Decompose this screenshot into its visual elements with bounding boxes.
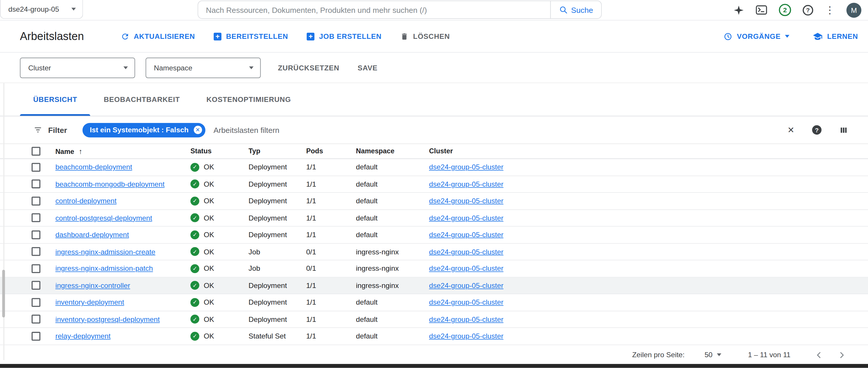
status-text: OK xyxy=(204,332,214,340)
cluster-dropdown[interactable]: Cluster xyxy=(20,57,135,78)
workload-name-link[interactable]: dashboard-deployment xyxy=(56,231,129,239)
tab-kostenoptimierung[interactable]: KOSTENOPTIMIERUNG xyxy=(193,83,304,116)
operations-label: VORGÄNGE xyxy=(737,32,781,40)
workload-name-link[interactable]: beachcomb-mongodb-deployment xyxy=(56,180,165,188)
tab-beobachtbarkeit[interactable]: BEOBACHTBARKEIT xyxy=(91,83,193,116)
left-scrollbar-track[interactable] xyxy=(3,83,4,360)
table-row[interactable]: control-postgresql-deployment OK Deploym… xyxy=(0,210,868,227)
cluster-link[interactable]: dse24-group-05-cluster xyxy=(429,231,503,239)
type-cell: Job xyxy=(249,264,306,273)
workload-name-link[interactable]: inventory-deployment xyxy=(56,298,124,306)
table-row[interactable]: ingress-nginx-admission-patch OK Job 0/1… xyxy=(0,260,868,277)
search-button-label: Suche xyxy=(571,5,593,14)
table-row[interactable]: relay-deployment OK Stateful Set 1/1 def… xyxy=(0,328,868,345)
row-checkbox[interactable] xyxy=(32,214,40,222)
learn-button[interactable]: LERNEN xyxy=(813,31,858,41)
col-header-typ[interactable]: Typ xyxy=(249,147,306,155)
tab-uebersicht[interactable]: ÜBERSICHT xyxy=(20,83,91,116)
cluster-link[interactable]: dse24-group-05-cluster xyxy=(429,163,503,171)
status-text: OK xyxy=(204,180,214,188)
table-row[interactable]: dashboard-deployment OK Deployment 1/1 d… xyxy=(0,227,868,244)
create-job-button[interactable]: + JOB ERSTELLEN xyxy=(307,32,382,40)
row-checkbox[interactable] xyxy=(32,163,40,171)
cluster-link[interactable]: dse24-group-05-cluster xyxy=(429,214,503,222)
avatar[interactable]: M xyxy=(846,3,861,18)
cluster-link[interactable]: dse24-group-05-cluster xyxy=(429,264,503,273)
table-row[interactable]: beachcomb-deployment OK Deployment 1/1 d… xyxy=(0,159,868,176)
cluster-link[interactable]: dse24-group-05-cluster xyxy=(429,332,503,340)
help-icon[interactable]: ? xyxy=(803,5,813,15)
left-scrollbar-thumb[interactable] xyxy=(2,270,5,317)
project-selector[interactable]: dse24-group-05 xyxy=(0,0,83,19)
refresh-label: AKTUALISIEREN xyxy=(134,32,195,40)
search-button[interactable]: Suche xyxy=(550,1,601,19)
type-cell: Job xyxy=(249,247,306,256)
search-input[interactable] xyxy=(197,1,551,19)
workload-name-link[interactable]: control-postgresql-deployment xyxy=(56,214,152,222)
table-row[interactable]: inventory-postgresql-deployment OK Deplo… xyxy=(0,311,868,328)
chip-close-icon[interactable]: ✕ xyxy=(193,126,202,134)
rows-per-page-select[interactable]: 50 xyxy=(705,351,721,359)
row-checkbox[interactable] xyxy=(32,197,40,205)
col-header-namespace[interactable]: Namespace xyxy=(356,147,429,155)
clear-filters-icon[interactable]: ✕ xyxy=(787,125,795,135)
table-body: beachcomb-deployment OK Deployment 1/1 d… xyxy=(0,159,868,345)
workload-name-link[interactable]: control-deployment xyxy=(56,197,117,205)
next-page-icon[interactable] xyxy=(837,350,847,360)
previous-page-icon[interactable] xyxy=(814,350,824,360)
namespace-cell: ingress-nginx xyxy=(356,264,429,273)
more-options-icon[interactable]: ⋮ xyxy=(825,5,835,15)
workload-name-link[interactable]: relay-deployment xyxy=(56,332,111,340)
deploy-button[interactable]: + BEREITSTELLEN xyxy=(214,32,288,40)
cluster-link[interactable]: dse24-group-05-cluster xyxy=(429,315,503,323)
namespace-dropdown[interactable]: Namespace xyxy=(146,57,261,78)
col-header-name[interactable]: Name↑ xyxy=(56,147,191,155)
table-row[interactable]: ingress-nginx-controller OK Deployment 1… xyxy=(0,277,868,294)
gemini-sparkle-icon[interactable] xyxy=(734,5,744,15)
filter-chip[interactable]: Ist ein Systemobjekt : Falsch ✕ xyxy=(83,123,205,137)
table-row[interactable]: control-deployment OK Deployment 1/1 def… xyxy=(0,193,868,210)
row-checkbox[interactable] xyxy=(32,298,40,307)
status-text: OK xyxy=(204,197,214,205)
workload-name-link[interactable]: beachcomb-deployment xyxy=(56,163,132,171)
cluster-link[interactable]: dse24-group-05-cluster xyxy=(429,197,503,205)
column-display-icon[interactable] xyxy=(839,125,848,134)
add-box-icon: + xyxy=(307,32,315,40)
col-header-pods[interactable]: Pods xyxy=(306,147,356,155)
col-header-status[interactable]: Status xyxy=(190,147,248,155)
row-checkbox[interactable] xyxy=(32,264,40,273)
pagination-bar: Zeilen pro Seite: 50 1 – 11 von 11 xyxy=(0,345,868,365)
type-cell: Deployment xyxy=(249,180,306,188)
row-checkbox[interactable] xyxy=(32,332,40,341)
workload-name-link[interactable]: ingress-nginx-admission-create xyxy=(56,247,156,256)
row-checkbox[interactable] xyxy=(32,180,40,188)
table-row[interactable]: ingress-nginx-admission-create OK Job 0/… xyxy=(0,244,868,260)
select-all-checkbox[interactable] xyxy=(32,147,40,156)
row-checkbox[interactable] xyxy=(32,247,40,256)
reset-button[interactable]: ZURÜCKSETZEN xyxy=(278,63,339,72)
notifications-badge[interactable]: 2 xyxy=(779,4,791,16)
delete-button[interactable]: LÖSCHEN xyxy=(400,32,450,40)
status-text: OK xyxy=(204,298,214,306)
save-button[interactable]: SAVE xyxy=(358,63,377,72)
filter-input-placeholder[interactable]: Arbeitslasten filtern xyxy=(214,125,280,134)
row-checkbox[interactable] xyxy=(32,315,40,323)
workload-name-link[interactable]: ingress-nginx-admission-patch xyxy=(56,264,153,273)
workload-name-link[interactable]: ingress-nginx-controller xyxy=(56,281,130,289)
refresh-button[interactable]: AKTUALISIEREN xyxy=(121,32,195,40)
workload-name-link[interactable]: inventory-postgresql-deployment xyxy=(56,315,160,323)
cluster-link[interactable]: dse24-group-05-cluster xyxy=(429,180,503,188)
cluster-link[interactable]: dse24-group-05-cluster xyxy=(429,281,503,289)
filter-help-icon[interactable]: ? xyxy=(812,125,821,135)
col-header-cluster[interactable]: Cluster xyxy=(429,147,868,155)
table-row[interactable]: beachcomb-mongodb-deployment OK Deployme… xyxy=(0,176,868,193)
cluster-link[interactable]: dse24-group-05-cluster xyxy=(429,298,503,306)
notification-count: 2 xyxy=(783,6,787,14)
row-checkbox[interactable] xyxy=(32,281,40,290)
row-checkbox[interactable] xyxy=(32,230,40,239)
cluster-link[interactable]: dse24-group-05-cluster xyxy=(429,247,503,256)
status-ok-icon xyxy=(190,247,199,256)
operations-button[interactable]: VORGÄNGE xyxy=(723,32,789,40)
cloud-shell-icon[interactable] xyxy=(756,5,767,15)
table-row[interactable]: inventory-deployment OK Deployment 1/1 d… xyxy=(0,294,868,311)
